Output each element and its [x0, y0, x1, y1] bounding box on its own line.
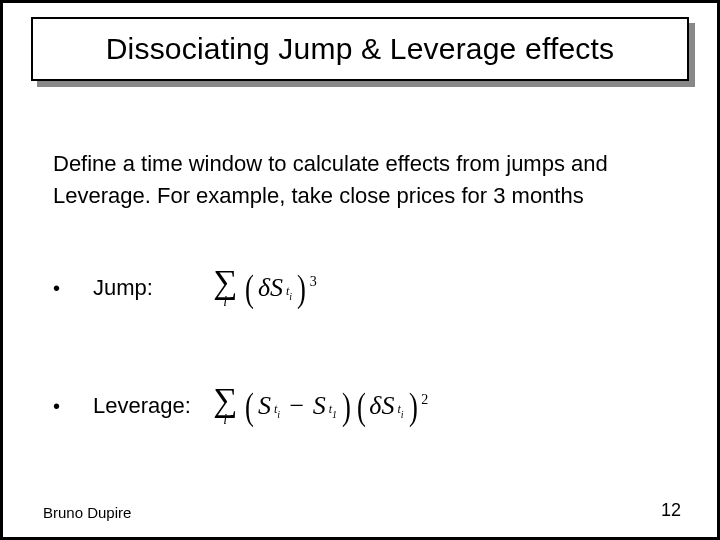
bullet-list: • Jump: ∑ i ( δSti )3 • Leverage: ∑ i ( — [53, 258, 673, 494]
title-container: Dissociating Jump & Leverage effects — [31, 17, 695, 87]
footer-page-number: 12 — [661, 500, 681, 521]
bullet-leverage-label: Leverage: — [93, 393, 213, 419]
bullet-marker: • — [53, 277, 93, 300]
bullet-jump-label: Jump: — [93, 275, 213, 301]
footer-author: Bruno Dupire — [43, 504, 131, 521]
formula-leverage: ∑ i ( Sti − St1 ) ( δSti )2 — [213, 385, 673, 428]
bullet-leverage: • Leverage: ∑ i ( Sti − St1 ) ( δSti )2 — [53, 376, 673, 436]
body-paragraph: Define a time window to calculate effect… — [53, 148, 673, 212]
sigma-icon: ∑ i — [213, 267, 237, 310]
bullet-jump: • Jump: ∑ i ( δSti )3 — [53, 258, 673, 318]
slide-frame: Dissociating Jump & Leverage effects Def… — [0, 0, 720, 540]
title-box: Dissociating Jump & Leverage effects — [31, 17, 689, 81]
formula-jump: ∑ i ( δSti )3 — [213, 267, 673, 310]
sigma-icon: ∑ i — [213, 385, 237, 428]
slide-title: Dissociating Jump & Leverage effects — [106, 32, 615, 66]
bullet-marker: • — [53, 395, 93, 418]
